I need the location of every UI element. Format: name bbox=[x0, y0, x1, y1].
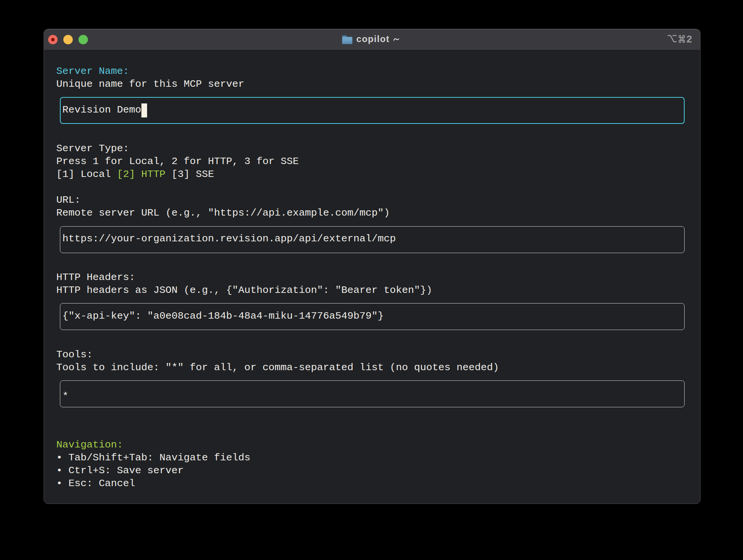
svg-text:2: 2 bbox=[687, 33, 692, 45]
